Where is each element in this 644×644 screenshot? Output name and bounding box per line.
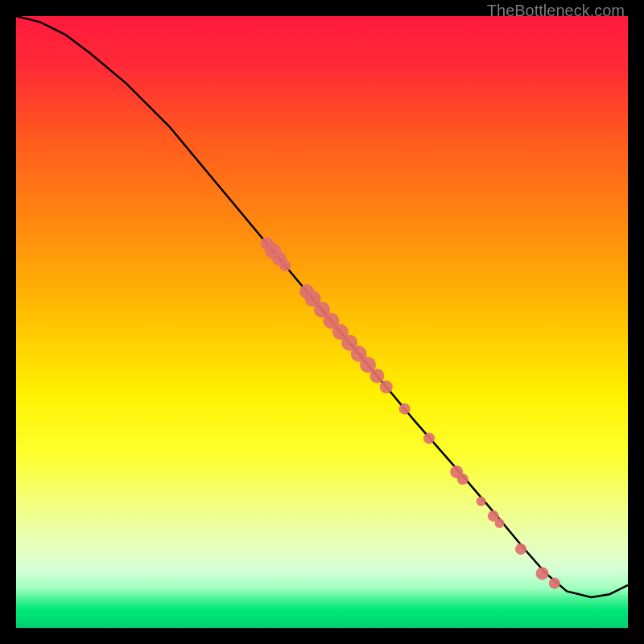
gradient-background xyxy=(16,16,628,628)
scatter-point xyxy=(279,260,291,271)
scatter-point xyxy=(399,403,411,415)
scatter-point xyxy=(549,578,560,589)
chart-frame xyxy=(16,16,628,628)
scatter-point xyxy=(457,473,469,485)
scatter-point xyxy=(423,432,435,444)
scatter-point xyxy=(494,518,504,528)
chart-plot xyxy=(16,16,628,628)
scatter-point xyxy=(536,567,549,580)
scatter-point xyxy=(477,497,486,506)
scatter-point xyxy=(369,369,384,383)
scatter-point xyxy=(515,543,526,555)
attribution-text: TheBottleneck.com xyxy=(487,2,625,20)
scatter-point xyxy=(380,381,393,394)
